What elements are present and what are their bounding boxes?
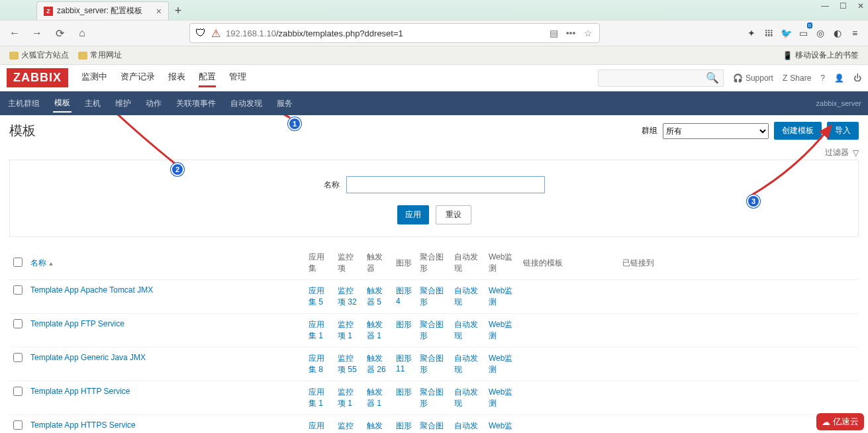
new-tab-button[interactable]: + [169,1,187,20]
lock-warning-icon[interactable]: ⚠ [211,27,220,40]
web-link[interactable]: Web监测 [489,354,512,374]
items-link[interactable]: 监控项 1 [338,320,354,340]
items-link[interactable]: 监控项 1 [338,387,354,408]
import-button[interactable]: 导入 [827,122,859,140]
menu-inventory[interactable]: 资产记录 [121,68,155,87]
web-link[interactable]: Web监测 [489,286,512,307]
apps-link[interactable]: 应用集 1 [309,320,324,340]
url-input[interactable]: 🛡 ⚠ 192.168.1.10/zabbix/templates.php?dd… [189,23,600,43]
screens-link[interactable]: 聚合图形 [420,286,444,307]
browser-tab[interactable]: Z zabbix_server: 配置模板 × [36,1,169,20]
web-link[interactable]: Web监测 [489,320,512,340]
reload-icon[interactable]: ⟳ [52,25,68,41]
library-icon[interactable]: 𝍖 [762,26,775,40]
help-icon[interactable]: ? [820,73,825,83]
tab-close-icon[interactable]: × [156,6,162,17]
graphs-link[interactable]: 图形 [396,387,412,397]
bookmark-item-common[interactable]: 常用网址 [78,50,122,61]
page-actions-icon[interactable]: ••• [565,28,577,38]
items-link[interactable]: 监控项 1 [338,421,354,433]
menu-monitoring[interactable]: 监测中 [81,68,107,87]
row-checkbox[interactable] [13,353,23,362]
apply-button[interactable]: 应用 [397,205,429,224]
shield-icon[interactable]: 🛡 [195,27,206,39]
items-link[interactable]: 监控项 32 [338,286,357,307]
screens-link[interactable]: 聚合图形 [420,387,444,408]
minimize-icon[interactable]: — [821,1,829,11]
subnav-hostgroups[interactable]: 主机群组 [7,95,41,112]
subnav-hosts[interactable]: 主机 [83,95,102,112]
col-name[interactable]: 名称 [30,258,54,267]
extension-icon[interactable]: ▭0 [796,26,810,40]
discovery-link[interactable]: 自动发现 [454,286,478,307]
zabbix-logo[interactable]: ZABBIX [7,68,68,87]
discovery-link[interactable]: 自动发现 [454,320,478,340]
subnav-discovery[interactable]: 自动发现 [229,95,264,112]
subnav-templates[interactable]: 模板 [53,95,72,113]
forward-icon[interactable]: → [29,25,45,41]
screens-link[interactable]: 聚合图形 [420,421,444,433]
menu-icon[interactable]: ≡ [848,26,861,40]
back-icon[interactable]: ← [7,25,23,41]
web-link[interactable]: Web监测 [489,387,512,408]
global-search[interactable]: 🔍 [598,70,724,87]
qr-icon[interactable]: ▤ [548,28,559,38]
close-window-icon[interactable]: ✕ [857,1,864,11]
extension-bird-icon[interactable]: 🐦 [779,26,793,40]
extension-puzzle-icon[interactable]: ✦ [745,26,758,40]
triggers-link[interactable]: 触发器 1 [367,387,383,408]
template-name-link[interactable]: Template App HTTP Service [30,387,130,396]
triggers-link[interactable]: 触发器 5 [367,286,383,307]
template-name-link[interactable]: Template App Generic Java JMX [30,353,146,362]
triggers-link[interactable]: 触发器 1 [367,320,383,340]
web-link[interactable]: Web监测 [489,421,512,433]
template-name-link[interactable]: Template App HTTPS Service [30,420,136,430]
discovery-link[interactable]: 自动发现 [454,387,478,408]
filter-name-input[interactable] [346,176,545,193]
share-link[interactable]: ZShare [783,73,811,83]
maximize-icon[interactable]: ☐ [840,1,847,11]
group-select[interactable]: 所有 [663,123,769,139]
template-name-link[interactable]: Template App Apache Tomcat JMX [30,285,153,295]
apps-link[interactable]: 应用集 1 [309,387,324,408]
screens-link[interactable]: 聚合图形 [420,354,444,374]
items-link[interactable]: 监控项 55 [338,354,357,374]
graphs-link[interactable]: 图形 [396,421,412,430]
triggers-link[interactable]: 触发器 26 [367,354,386,374]
graphs-link[interactable]: 图形 11 [396,354,412,373]
discovery-link[interactable]: 自动发现 [454,354,478,374]
triggers-link[interactable]: 触发器 1 [367,421,383,433]
discovery-link[interactable]: 自动发现 [454,421,478,433]
menu-reports[interactable]: 报表 [168,68,185,87]
bookmark-item-firefox[interactable]: 火狐官方站点 [9,50,69,61]
support-link[interactable]: 🎧Support [733,73,773,83]
menu-administration[interactable]: 管理 [229,68,246,87]
extension-icon-3[interactable]: ◐ [831,26,844,40]
filter-toggle[interactable]: 过滤器 ▽ [825,147,859,158]
row-checkbox[interactable] [13,319,23,328]
bookmark-star-icon[interactable]: ☆ [582,28,594,38]
reset-button[interactable]: 重设 [436,205,471,224]
row-checkbox[interactable] [13,420,23,430]
template-name-link[interactable]: Template App FTP Service [30,319,124,328]
apps-link[interactable]: 应用集 8 [309,354,324,374]
subnav-actions[interactable]: 动作 [144,95,163,112]
home-icon[interactable]: ⌂ [74,25,90,41]
subnav-services[interactable]: 服务 [275,95,294,112]
graphs-link[interactable]: 图形 [396,320,412,329]
row-checkbox[interactable] [13,387,23,396]
logout-icon[interactable]: ⏻ [853,73,861,83]
create-template-button[interactable]: 创建模板 [774,122,822,140]
bookmark-mobile[interactable]: 📱移动设备上的书签 [783,50,859,61]
apps-link[interactable]: 应用集 1 [309,421,324,433]
row-checkbox[interactable] [13,285,23,295]
graphs-link[interactable]: 图形 4 [396,286,412,306]
user-icon[interactable]: 👤 [834,73,844,83]
screens-link[interactable]: 聚合图形 [420,320,444,340]
select-all-checkbox[interactable] [13,258,23,267]
apps-link[interactable]: 应用集 5 [309,286,324,307]
extension-icon-2[interactable]: ◎ [814,26,827,40]
menu-configuration[interactable]: 配置 [199,68,216,87]
subnav-correlation[interactable]: 关联项事件 [175,95,217,112]
subnav-maintenance[interactable]: 维护 [114,95,132,112]
